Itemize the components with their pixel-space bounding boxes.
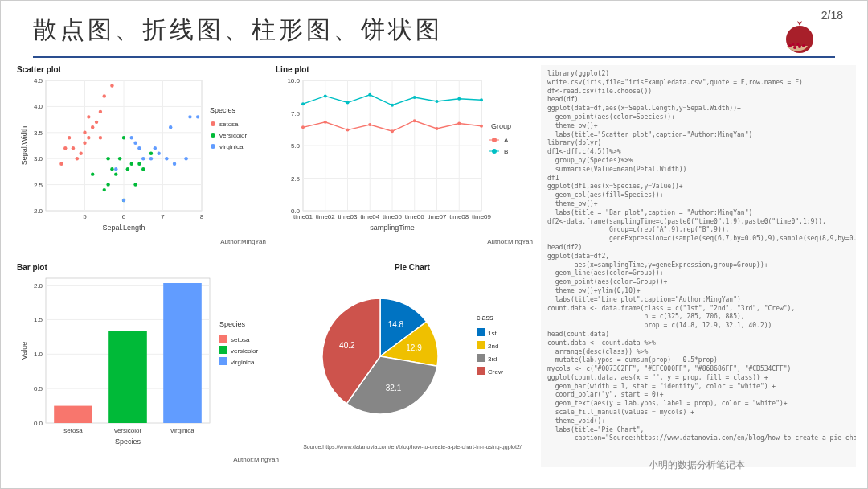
scatter-title: Scatter plot <box>17 65 266 74</box>
svg-point-58 <box>149 152 153 155</box>
svg-point-128 <box>457 97 461 101</box>
svg-rect-173 <box>477 354 485 362</box>
svg-point-119 <box>457 121 461 125</box>
svg-text:3.0: 3.0 <box>34 155 43 162</box>
svg-text:virginica: virginica <box>231 359 255 366</box>
svg-point-3 <box>798 45 801 48</box>
svg-text:2.0: 2.0 <box>34 282 43 290</box>
slide: 散点图、折线图、柱形图、饼状图 2/18 Scatter plot 56782.… <box>0 0 868 489</box>
line-plot-panel: Line plot 0.02.55.07.510.0time01time02ti… <box>276 65 533 250</box>
svg-point-126 <box>413 96 416 99</box>
svg-point-113 <box>324 121 327 124</box>
svg-rect-171 <box>477 341 485 349</box>
svg-text:setosa: setosa <box>219 121 239 128</box>
svg-text:setosa: setosa <box>63 427 83 434</box>
svg-text:time01: time01 <box>293 213 313 220</box>
svg-point-30 <box>76 157 79 160</box>
svg-point-55 <box>106 157 109 160</box>
svg-point-116 <box>391 129 394 133</box>
svg-text:time06: time06 <box>405 213 425 220</box>
svg-text:Sepal.Length: Sepal.Length <box>102 224 145 232</box>
svg-point-37 <box>99 110 102 113</box>
svg-point-52 <box>137 162 141 165</box>
svg-point-42 <box>59 162 63 165</box>
pie-chart-panel: Pie Chart 14.812.932.140.2class1st2nd3rd… <box>292 263 533 472</box>
svg-point-73 <box>130 136 133 139</box>
svg-text:time08: time08 <box>449 213 469 220</box>
svg-text:2nd: 2nd <box>488 343 498 350</box>
svg-text:7.5: 7.5 <box>291 110 301 117</box>
svg-text:Group: Group <box>491 122 511 130</box>
svg-point-127 <box>436 100 439 103</box>
svg-text:1.5: 1.5 <box>34 316 43 323</box>
svg-point-29 <box>68 136 71 139</box>
svg-point-66 <box>173 162 176 165</box>
svg-text:2.0: 2.0 <box>34 208 43 215</box>
svg-point-124 <box>368 93 371 97</box>
svg-point-67 <box>184 157 187 160</box>
svg-point-115 <box>368 123 371 126</box>
svg-point-77 <box>211 121 215 126</box>
svg-text:versicolor: versicolor <box>231 347 259 355</box>
svg-point-61 <box>149 157 153 160</box>
line-caption: Author:MingYan <box>276 238 533 245</box>
svg-point-63 <box>157 152 160 155</box>
svg-point-50 <box>130 162 133 165</box>
svg-point-118 <box>436 127 439 130</box>
svg-point-33 <box>87 115 90 118</box>
svg-text:12.9: 12.9 <box>406 343 422 352</box>
line-plot: 0.02.55.07.510.0time01time02time03time04… <box>276 74 533 235</box>
scatter-plot-panel: Scatter plot 56782.02.53.03.54.04.5Sepal… <box>17 65 266 250</box>
slide-header: 散点图、折线图、柱形图、饼状图 2/18 <box>1 1 867 53</box>
svg-point-129 <box>480 98 483 101</box>
slide-title: 散点图、折线图、柱形图、饼状图 <box>33 14 835 47</box>
svg-point-4 <box>802 44 805 47</box>
svg-point-81 <box>211 144 215 149</box>
svg-text:class: class <box>477 314 493 322</box>
pie-chart: 14.812.932.140.2class1st2nd3rdCrew <box>292 272 533 441</box>
svg-text:2.5: 2.5 <box>291 175 301 183</box>
scatter-plot: 56782.02.53.03.54.04.5Sepal.LengthSepal.… <box>17 74 266 235</box>
svg-point-122 <box>324 94 327 97</box>
svg-point-57 <box>91 172 94 175</box>
svg-point-45 <box>106 183 109 186</box>
svg-text:setosa: setosa <box>231 336 250 343</box>
svg-text:6: 6 <box>122 213 126 220</box>
svg-point-120 <box>480 125 483 128</box>
svg-point-123 <box>346 101 350 105</box>
svg-rect-158 <box>219 335 227 343</box>
svg-text:14.8: 14.8 <box>388 320 404 329</box>
svg-point-6 <box>796 43 799 45</box>
svg-point-49 <box>126 167 129 171</box>
svg-point-28 <box>63 146 67 150</box>
svg-rect-151 <box>108 331 147 423</box>
svg-rect-175 <box>477 367 485 375</box>
svg-point-54 <box>118 157 121 160</box>
svg-text:time05: time05 <box>383 213 403 220</box>
svg-text:5.0: 5.0 <box>291 142 301 150</box>
svg-point-39 <box>72 146 75 150</box>
bar-plot: 0.00.51.01.52.0setosaversicolorvirginica… <box>17 272 282 453</box>
svg-text:4.5: 4.5 <box>34 77 43 84</box>
svg-point-71 <box>122 199 125 202</box>
svg-point-47 <box>114 172 117 175</box>
svg-text:samplingTime: samplingTime <box>370 224 415 232</box>
bar-caption: Author:MingYan <box>17 456 282 463</box>
line-title: Line plot <box>276 65 533 74</box>
svg-text:time07: time07 <box>427 213 447 220</box>
svg-text:0.5: 0.5 <box>34 385 43 392</box>
pie-title: Pie Chart <box>292 263 533 272</box>
svg-point-2 <box>793 46 796 49</box>
svg-point-62 <box>154 146 157 150</box>
svg-text:32.1: 32.1 <box>386 384 402 392</box>
svg-point-60 <box>141 157 145 160</box>
svg-point-125 <box>391 104 394 107</box>
svg-text:virginica: virginica <box>170 427 194 434</box>
svg-text:Species: Species <box>219 320 246 328</box>
svg-point-40 <box>103 94 106 97</box>
scatter-caption: Author:MingYan <box>17 238 266 245</box>
watermark: 小明的数据分析笔记本 <box>649 458 745 472</box>
svg-text:versicolor: versicolor <box>219 132 248 139</box>
svg-point-34 <box>87 136 90 139</box>
svg-text:Species: Species <box>115 438 141 446</box>
